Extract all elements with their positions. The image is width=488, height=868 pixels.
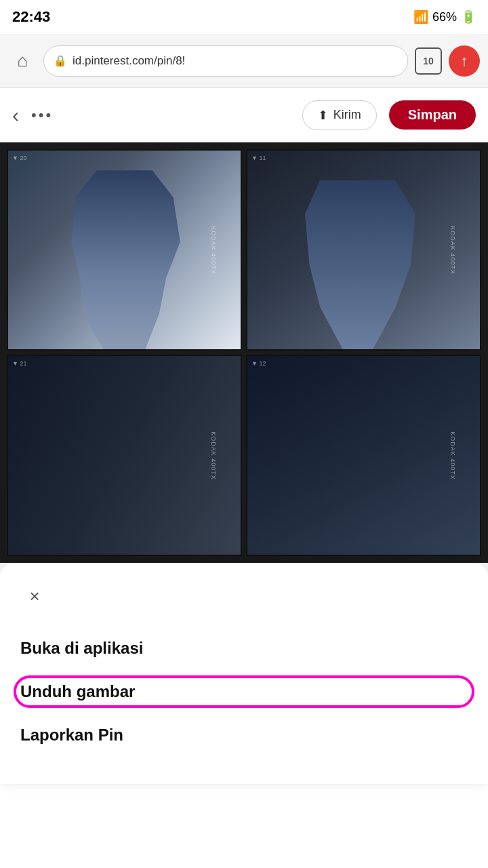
photo-area: ▼ 20 KODAK 400TX ▼ 11 KODAK 400TX ▼ 21 K…	[0, 142, 488, 563]
photo-4: ▼ 12 KODAK 400TX	[247, 356, 480, 555]
photo-3: ▼ 21 KODAK 400TX	[8, 356, 241, 555]
film-label-2: KODAK 400TX	[449, 226, 456, 275]
save-label: Simpan	[408, 107, 457, 122]
film-cell-1: ▼ 20 KODAK 400TX	[7, 149, 242, 351]
film-cell-4: ▼ 12 KODAK 400TX	[246, 355, 481, 556]
pinterest-toolbar: ‹ ••• ⬆ Kirim Simpan	[0, 88, 488, 142]
url-bar[interactable]: 🔒 id.pinterest.com/pin/8!	[43, 45, 408, 77]
status-time: 22:43	[12, 8, 50, 26]
tab-count-button[interactable]: 10	[415, 47, 442, 75]
browser-bar: ⌂ 🔒 id.pinterest.com/pin/8! 10 ↑	[0, 34, 488, 88]
photo-2: ▼ 11 KODAK 400TX	[247, 151, 480, 349]
tab-count: 10	[423, 56, 434, 66]
frame-num-4: ▼ 12	[251, 360, 266, 367]
menu-item-open-app-label: Buka di aplikasi	[20, 639, 143, 657]
back-button[interactable]: ‹	[12, 104, 19, 127]
battery-icon: 🔋	[461, 9, 476, 24]
frame-num-3: ▼ 21	[12, 360, 26, 367]
photo-1: ▼ 20 KODAK 400TX	[8, 151, 241, 349]
status-bar: 22:43 📶 66% 🔋	[0, 0, 488, 34]
menu-items: Buka di aplikasi Unduh gambar Laporkan P…	[20, 627, 468, 757]
bottom-sheet: × Buka di aplikasi Unduh gambar Laporkan…	[0, 563, 488, 784]
share-button[interactable]: ⬆ Kirim	[302, 100, 377, 130]
menu-item-report-label: Laporkan Pin	[20, 726, 123, 744]
upload-icon: ↑	[461, 52, 468, 70]
frame-num-1: ▼ 20	[12, 155, 26, 161]
menu-item-report[interactable]: Laporkan Pin	[20, 713, 468, 757]
lock-icon: 🔒	[54, 54, 67, 67]
share-icon: ⬆	[318, 108, 328, 123]
battery-text: 66%	[432, 10, 457, 24]
film-label-1: KODAK 400TX	[210, 226, 217, 275]
status-right-icons: 📶 66% 🔋	[413, 9, 476, 24]
carrier-icon: 📶	[413, 9, 428, 24]
close-button[interactable]: ×	[20, 582, 49, 610]
film-label-3: KODAK 400TX	[210, 431, 217, 480]
film-label-4: KODAK 400TX	[449, 431, 456, 480]
share-label: Kirim	[333, 108, 361, 122]
film-grid: ▼ 20 KODAK 400TX ▼ 11 KODAK 400TX ▼ 21 K…	[0, 142, 488, 563]
upload-button[interactable]: ↑	[449, 45, 480, 77]
menu-item-download-label: Unduh gambar	[20, 682, 135, 701]
film-cell-3: ▼ 21 KODAK 400TX	[7, 355, 242, 556]
save-button[interactable]: Simpan	[389, 100, 476, 130]
home-button[interactable]: ⌂	[8, 47, 37, 75]
menu-item-open-app[interactable]: Buka di aplikasi	[20, 627, 468, 670]
frame-num-2: ▼ 11	[251, 155, 266, 161]
menu-item-download[interactable]: Unduh gambar	[20, 670, 468, 713]
url-text: id.pinterest.com/pin/8!	[73, 54, 398, 68]
film-cell-2: ▼ 11 KODAK 400TX	[246, 149, 481, 351]
close-icon: ×	[29, 586, 39, 607]
more-options-button[interactable]: •••	[31, 106, 53, 124]
home-icon: ⌂	[17, 50, 28, 71]
